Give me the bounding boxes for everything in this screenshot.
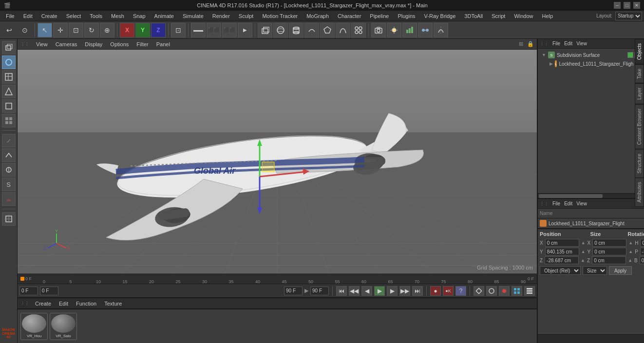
side-tab-attributes[interactable]: Attributes: [635, 178, 644, 207]
menu-sculpt[interactable]: Sculpt: [235, 12, 258, 20]
menu-motion-tracker[interactable]: Motion Tracker: [258, 12, 302, 20]
size-y-arrow-up[interactable]: ▲: [628, 249, 633, 254]
menu-character[interactable]: Character: [334, 12, 365, 20]
menu-create[interactable]: Create: [38, 12, 61, 20]
polygon-button[interactable]: [320, 23, 335, 37]
menu-vray-bridge[interactable]: V-Ray Bridge: [420, 12, 460, 20]
menu-script[interactable]: Script: [488, 12, 509, 20]
current-frame-input[interactable]: [19, 287, 38, 295]
menu-window[interactable]: Window: [510, 12, 537, 20]
objects-file-menu[interactable]: File: [552, 41, 560, 46]
sculpt-tool-3[interactable]: [2, 163, 16, 177]
menu-select[interactable]: Select: [62, 12, 85, 20]
sculpt-tool-4[interactable]: S: [2, 178, 16, 191]
menu-3dtoall[interactable]: 3DToAll: [460, 12, 487, 20]
side-tab-take[interactable]: Take: [635, 64, 644, 83]
x-axis-button[interactable]: X: [120, 23, 134, 37]
edge-mode-button[interactable]: [2, 85, 16, 98]
texture-mode-button[interactable]: [2, 70, 16, 84]
prev-frame-button[interactable]: ◀: [361, 286, 372, 296]
scale-tool-button[interactable]: ⊡: [69, 23, 83, 37]
menu-mesh[interactable]: Mesh: [107, 12, 128, 20]
sculpt-tool-5[interactable]: [2, 192, 16, 206]
attr-file-menu[interactable]: File: [552, 201, 560, 206]
polygon-mode-button[interactable]: [2, 114, 16, 127]
apply-button[interactable]: Apply: [609, 266, 632, 275]
mat-menu-create[interactable]: Create: [33, 300, 53, 307]
nurbs-button[interactable]: [304, 23, 319, 37]
render-active-button[interactable]: ⬛⬛: [207, 23, 221, 37]
object-rel-dropdown[interactable]: Object (Rel): [540, 266, 581, 275]
render-region-button[interactable]: ▬▬: [191, 23, 206, 37]
select-tool-button[interactable]: ✛: [53, 23, 68, 37]
attr-edit-menu[interactable]: Edit: [564, 201, 572, 206]
record-button[interactable]: ●: [430, 286, 441, 296]
size-x-input[interactable]: [592, 239, 626, 247]
size-y-input[interactable]: [592, 248, 626, 255]
effector-button[interactable]: [418, 23, 433, 37]
play-forward-button[interactable]: ▶▶: [399, 286, 410, 296]
maximize-button[interactable]: □: [624, 2, 630, 9]
tree-item-subdivision[interactable]: ▼ S Subdivision Surface: [540, 51, 642, 59]
side-tab-objects[interactable]: Objects: [635, 39, 644, 64]
play-reverse-button[interactable]: ◀◀: [349, 286, 360, 296]
undo-button[interactable]: ↩: [2, 23, 17, 37]
menu-pipeline[interactable]: Pipeline: [366, 12, 393, 20]
curve-editor-button[interactable]: [486, 286, 497, 296]
material-thumb-2[interactable]: VR_Salo: [50, 313, 77, 340]
motion-path-button[interactable]: [511, 286, 522, 296]
z-axis-button[interactable]: Z: [151, 23, 166, 37]
rotation-b-input[interactable]: [640, 256, 644, 264]
timeline-options-button[interactable]: [524, 286, 535, 296]
menu-snap[interactable]: Snap: [129, 12, 150, 20]
viewport-expand-icon[interactable]: ⊞: [519, 41, 523, 47]
goto-start-button[interactable]: ⏮: [336, 286, 347, 296]
menu-plugins[interactable]: Plugins: [394, 12, 419, 20]
playback-expand-icon[interactable]: ▶: [304, 288, 308, 294]
point-mode-button[interactable]: [2, 99, 16, 113]
keyframe-button[interactable]: [474, 286, 484, 296]
cylinder-button[interactable]: [289, 23, 303, 37]
sphere-button[interactable]: [273, 23, 288, 37]
help-button[interactable]: ?: [455, 286, 466, 296]
menu-edit[interactable]: Edit: [19, 12, 37, 20]
menu-simulate[interactable]: Simulate: [179, 12, 208, 20]
position-y-input[interactable]: [545, 248, 579, 255]
layout-dropdown[interactable]: Startup: [615, 12, 642, 20]
mat-menu-texture[interactable]: Texture: [102, 300, 124, 307]
objects-edit-menu[interactable]: Edit: [564, 41, 572, 46]
pos-z-arrow-up[interactable]: ▲: [581, 258, 585, 263]
y-axis-button[interactable]: Y: [135, 23, 150, 37]
start-frame-input[interactable]: [40, 287, 58, 295]
object-mode-button[interactable]: ⊡: [171, 23, 186, 37]
rotation-h-input[interactable]: [640, 239, 644, 247]
snap-tool[interactable]: [2, 212, 16, 226]
side-tab-layer[interactable]: Layer: [635, 83, 644, 104]
size-dropdown[interactable]: Size: [583, 266, 607, 275]
end-frame-2-input[interactable]: [310, 287, 329, 295]
menu-mograph[interactable]: MoGraph: [303, 12, 333, 20]
timeline-view-button[interactable]: [499, 286, 510, 296]
rotate-tool-button[interactable]: ↻: [84, 23, 99, 37]
move-tool-button[interactable]: ↖: [38, 23, 52, 37]
end-frame-1-input[interactable]: [284, 287, 303, 295]
size-z-arrow-up[interactable]: ▲: [628, 258, 632, 263]
menu-help[interactable]: Help: [538, 12, 557, 20]
size-x-arrow-up[interactable]: ▲: [628, 240, 633, 245]
position-x-input[interactable]: [545, 239, 579, 247]
side-tab-structure[interactable]: Structure: [635, 149, 644, 178]
array-button[interactable]: [351, 23, 366, 37]
attr-view-menu[interactable]: View: [576, 201, 587, 206]
viewport-menu-options[interactable]: Options: [107, 40, 132, 48]
mat-menu-function[interactable]: Function: [74, 300, 98, 307]
play-button[interactable]: ▶: [374, 286, 385, 296]
viewport-menu-filter[interactable]: Filter: [133, 40, 151, 48]
attr-object-row[interactable]: Lockheed_L1011_Stargazer_Flight: [538, 218, 644, 228]
camera-button[interactable]: [371, 23, 386, 37]
viewport-menu-cameras[interactable]: Cameras: [53, 40, 80, 48]
viewport-menu-panel[interactable]: Panel: [153, 40, 173, 48]
render-all-button[interactable]: ⬛⬛: [222, 23, 237, 37]
menu-render[interactable]: Render: [208, 12, 234, 20]
next-frame-button[interactable]: ▶: [387, 286, 398, 296]
objects-view-menu[interactable]: View: [576, 41, 587, 46]
